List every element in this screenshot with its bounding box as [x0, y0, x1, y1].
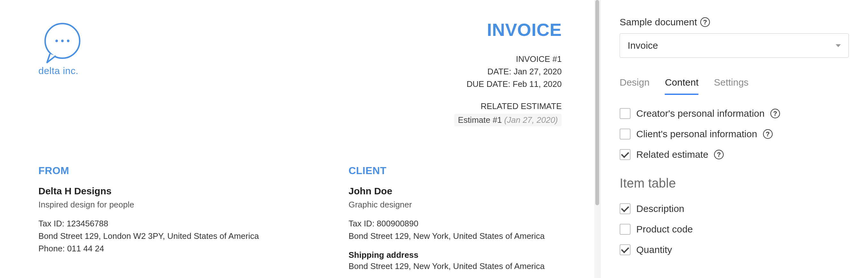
checkbox-quantity[interactable] — [620, 244, 630, 255]
checkbox-product-code[interactable] — [620, 224, 630, 235]
check-row-client-info: Client's personal information ? — [620, 129, 849, 139]
client-section: CLIENT John Doe Graphic designer Tax ID:… — [348, 165, 545, 273]
svg-point-3 — [67, 40, 69, 42]
from-phone: Phone: 011 44 24 — [38, 243, 259, 255]
check-row-description: Description — [620, 203, 849, 214]
sample-document-select[interactable]: Invoice — [620, 33, 849, 58]
tab-design[interactable]: Design — [620, 77, 649, 95]
client-label: CLIENT — [348, 165, 545, 177]
from-address: Bond Street 129, London W2 3PY, United S… — [38, 230, 259, 243]
help-icon[interactable]: ? — [763, 129, 773, 139]
checkbox-client-info-label: Client's personal information — [636, 129, 757, 139]
from-tagline: Inspired design for people — [38, 200, 259, 210]
tabs: Design Content Settings — [620, 77, 849, 95]
scrollbar-thumb[interactable] — [595, 0, 599, 205]
help-icon[interactable]: ? — [770, 109, 780, 118]
checkbox-related-estimate-label: Related estimate — [636, 149, 708, 160]
client-tax-id: Tax ID: 800900890 — [348, 217, 545, 230]
sample-document-value: Invoice — [628, 40, 658, 51]
related-estimate-date: (Jan 27, 2020) — [504, 115, 558, 125]
related-estimate-label: RELATED ESTIMATE — [454, 101, 562, 111]
client-name: John Doe — [348, 186, 545, 197]
preview-scrollbar[interactable] — [594, 0, 600, 278]
check-row-creator-info: Creator's personal information ? — [620, 108, 849, 119]
tab-settings[interactable]: Settings — [714, 77, 748, 95]
from-name: Delta H Designs — [38, 186, 259, 197]
checkbox-creator-info-label: Creator's personal information — [636, 108, 765, 119]
checkbox-creator-info[interactable] — [620, 108, 630, 119]
checkbox-client-info[interactable] — [620, 129, 630, 139]
svg-point-2 — [61, 40, 64, 42]
invoice-title: INVOICE — [454, 19, 562, 40]
client-role: Graphic designer — [348, 200, 545, 210]
logo-company-name: delta inc. — [38, 65, 79, 76]
checkbox-quantity-label: Quantity — [636, 244, 672, 255]
company-logo-block: delta inc. — [38, 19, 86, 76]
invoice-number: INVOICE #1 — [454, 53, 562, 65]
check-row-product-code: Product code — [620, 224, 849, 235]
checkbox-description[interactable] — [620, 203, 630, 214]
sample-document-label-text: Sample document — [620, 17, 697, 28]
sample-document-label: Sample document ? — [620, 17, 849, 28]
checkbox-description-label: Description — [636, 203, 684, 214]
from-tax-id: Tax ID: 123456788 — [38, 217, 259, 230]
help-icon[interactable]: ? — [714, 150, 724, 159]
chevron-down-icon — [836, 44, 841, 47]
logo-speech-bubble-icon — [38, 19, 86, 67]
invoice-date: DATE: Jan 27, 2020 — [454, 65, 562, 78]
help-icon[interactable]: ? — [700, 17, 710, 27]
settings-panel: Sample document ? Invoice Design Content… — [600, 0, 868, 278]
checkbox-product-code-label: Product code — [636, 224, 693, 235]
tab-content[interactable]: Content — [665, 77, 699, 95]
shipping-address: Bond Street 129, New York, United States… — [348, 260, 545, 273]
related-estimate-chip[interactable]: Estimate #1 (Jan 27, 2020) — [454, 114, 562, 126]
checkbox-related-estimate[interactable] — [620, 149, 630, 160]
svg-point-1 — [55, 40, 58, 42]
shipping-label: Shipping address — [348, 250, 545, 260]
related-estimate-name: Estimate #1 — [458, 115, 502, 125]
client-address: Bond Street 129, New York, United States… — [348, 230, 545, 243]
check-row-quantity: Quantity — [620, 244, 849, 255]
check-row-related-estimate: Related estimate ? — [620, 149, 849, 160]
invoice-due-date: DUE DATE: Feb 11, 2020 — [454, 78, 562, 90]
item-table-heading: Item table — [620, 176, 849, 191]
document-preview: delta inc. INVOICE INVOICE #1 DATE: Jan … — [0, 0, 600, 278]
from-label: FROM — [38, 165, 259, 177]
from-section: FROM Delta H Designs Inspired design for… — [38, 165, 259, 273]
